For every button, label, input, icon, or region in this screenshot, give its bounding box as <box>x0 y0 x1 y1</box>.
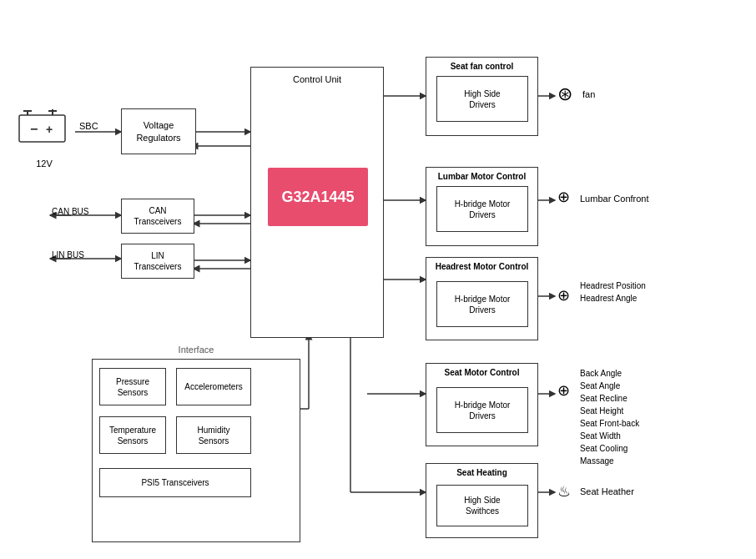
high-side-drivers-fan-box: High Side Drivers <box>436 76 528 122</box>
control-unit-label: Control Unit <box>251 74 383 84</box>
accelerometers-box: Accelerometers <box>176 368 251 405</box>
seat-heating-outer: Seat Heating High Side Swithces <box>426 463 538 538</box>
lin-transceivers-box: LIN Transceivers <box>121 244 194 279</box>
h-bridge-headrest-box: H-bridge Motor Drivers <box>436 281 528 327</box>
humidity-sensors-box: Humidity Sensors <box>176 416 251 454</box>
interface-label: Interface <box>93 345 300 355</box>
voltage-regulators-box: Voltage Regulators <box>121 108 196 154</box>
battery-symbol: − + 12V <box>15 108 73 154</box>
diagram: − + 12V SBC Voltage Regulators Control U… <box>0 0 756 559</box>
g32-label: G32A1445 <box>268 168 368 226</box>
pressure-sensors-box: Pressure Sensors <box>99 368 166 405</box>
seat-heather-label: Seat Heather <box>580 486 634 496</box>
svg-text:+: + <box>46 123 53 136</box>
psi5-transceivers-box: PSI5 Transceivers <box>99 468 251 497</box>
seat-motor-labels: Back Angle Seat Angle Seat Recline Seat … <box>580 367 639 467</box>
seat-motor-connector-icon: ⊕ <box>557 381 570 400</box>
lumbar-connector-icon: ⊕ <box>557 188 570 206</box>
seat-heater-icon: ♨ <box>557 482 571 501</box>
headrest-labels: Headrest Position Headrest Angle <box>580 280 646 305</box>
battery-svg: − + <box>15 108 73 154</box>
lumbar-confront-label: Lumbar Confront <box>580 194 649 204</box>
lin-bus-label: LIN BUS <box>52 250 84 259</box>
seat-motor-control-title: Seat Motor Control <box>426 368 537 377</box>
lumbar-motor-control-title: Lumbar Motor Control <box>426 172 537 181</box>
seat-heating-title: Seat Heating <box>426 468 537 477</box>
headrest-connector-icon: ⊕ <box>557 286 570 305</box>
sbc-label: SBC <box>79 121 98 131</box>
svg-text:−: − <box>30 122 38 136</box>
seat-motor-control-outer: Seat Motor Control H-bridge Motor Driver… <box>426 363 538 446</box>
h-bridge-seat-box: H-bridge Motor Drivers <box>436 387 528 433</box>
fan-icon: ⊛ <box>557 83 572 105</box>
temperature-sensors-box: Temperature Sensors <box>99 416 166 454</box>
lumbar-motor-control-outer: Lumbar Motor Control H-bridge Motor Driv… <box>426 167 538 246</box>
high-side-switches-box: High Side Swithces <box>436 485 528 526</box>
headrest-motor-control-outer: Headrest Motor Control H-bridge Motor Dr… <box>426 257 538 340</box>
seat-fan-control-title: Seat fan control <box>426 62 537 71</box>
can-transceivers-box: CAN Transceivers <box>121 199 194 234</box>
svg-rect-29 <box>19 115 65 142</box>
interface-outer: Interface Pressure Sensors Accelerometer… <box>92 359 300 542</box>
can-bus-label: CAN BUS <box>52 207 88 216</box>
control-unit-outer: Control Unit G32A1445 <box>250 67 384 338</box>
fan-label: fan <box>582 89 595 99</box>
seat-fan-control-outer: Seat fan control High Side Drivers <box>426 57 538 136</box>
battery-label: 12V <box>15 159 73 169</box>
headrest-motor-control-title: Headrest Motor Control <box>426 262 537 271</box>
h-bridge-lumbar-box: H-bridge Motor Drivers <box>436 186 528 232</box>
